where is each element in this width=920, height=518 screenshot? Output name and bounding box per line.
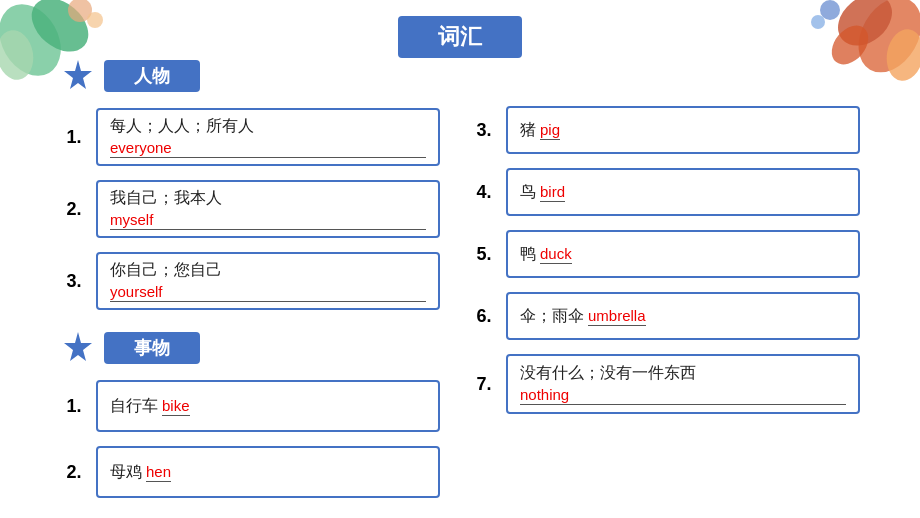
inline-content: 自行车 bike	[110, 395, 426, 417]
right-item-box: 鸟 bird	[506, 168, 860, 216]
inline-content: 母鸡 hen	[110, 461, 426, 483]
item-num: 1.	[60, 396, 88, 417]
chinese-text: 你自己；您自己	[110, 260, 426, 281]
section1-header: 人物	[60, 58, 440, 94]
right-item-6: 6. 伞；雨伞 umbrella	[470, 292, 860, 340]
section2-label: 事物	[104, 332, 200, 364]
starburst-icon-2	[60, 330, 96, 366]
english-text: bird	[540, 183, 565, 202]
chinese-text: 猪	[520, 120, 536, 141]
english-text: nothing	[520, 386, 846, 405]
english-text: pig	[540, 121, 560, 140]
chinese-text: 自行车	[110, 396, 158, 417]
svg-marker-11	[64, 60, 92, 89]
chinese-text: 每人；人人；所有人	[110, 116, 426, 137]
item-box: 你自己；您自己 yourself	[96, 252, 440, 310]
english-text: hen	[146, 463, 171, 482]
page-title: 词汇	[398, 16, 522, 58]
left-section2-item-2: 2. 母鸡 hen	[60, 446, 440, 498]
english-text: myself	[110, 211, 426, 230]
right-column: 3. 猪 pig 4. 鸟 bird 5. 鸭	[470, 58, 860, 498]
item-num: 2.	[60, 199, 88, 220]
svg-point-10	[811, 15, 825, 29]
english-text: yourself	[110, 283, 426, 302]
left-section1-item-1: 1. 每人；人人；所有人 everyone	[60, 108, 440, 166]
item-num: 6.	[470, 306, 498, 327]
right-item-box: 猪 pig	[506, 106, 860, 154]
item-box: 母鸡 hen	[96, 446, 440, 498]
chinese-text: 母鸡	[110, 462, 142, 483]
svg-marker-12	[64, 332, 92, 361]
chinese-text: 伞；雨伞	[520, 306, 584, 327]
page-title-wrapper: 词汇	[398, 16, 522, 58]
chinese-text: 鸭	[520, 244, 536, 265]
english-text: duck	[540, 245, 572, 264]
item-num: 1.	[60, 127, 88, 148]
inline-content: 鸟 bird	[520, 181, 846, 203]
section2-header: 事物	[60, 330, 440, 366]
item-box: 每人；人人；所有人 everyone	[96, 108, 440, 166]
right-item-5: 5. 鸭 duck	[470, 230, 860, 278]
svg-point-4	[87, 12, 103, 28]
chinese-text: 鸟	[520, 182, 536, 203]
inline-content: 伞；雨伞 umbrella	[520, 305, 846, 327]
right-item-7: 7. 没有什么；没有一件东西 nothing	[470, 354, 860, 414]
english-text: everyone	[110, 139, 426, 158]
right-item-box: 鸭 duck	[506, 230, 860, 278]
item-num: 3.	[60, 271, 88, 292]
chinese-text: 我自己；我本人	[110, 188, 426, 209]
inline-content: 猪 pig	[520, 119, 846, 141]
left-column: 人物 1. 每人；人人；所有人 everyone 2. 我自己；我本人 myse…	[60, 58, 440, 498]
item-num: 4.	[470, 182, 498, 203]
main-layout: 人物 1. 每人；人人；所有人 everyone 2. 我自己；我本人 myse…	[60, 58, 860, 498]
right-item-4: 4. 鸟 bird	[470, 168, 860, 216]
right-item-box: 伞；雨伞 umbrella	[506, 292, 860, 340]
english-text: umbrella	[588, 307, 646, 326]
left-section1-item-3: 3. 你自己；您自己 yourself	[60, 252, 440, 310]
left-section2-item-1: 1. 自行车 bike	[60, 380, 440, 432]
item-num: 5.	[470, 244, 498, 265]
item-box: 自行车 bike	[96, 380, 440, 432]
right-item-box: 没有什么；没有一件东西 nothing	[506, 354, 860, 414]
svg-point-9	[820, 0, 840, 20]
item-num: 3.	[470, 120, 498, 141]
inline-content: 鸭 duck	[520, 243, 846, 265]
item-box: 我自己；我本人 myself	[96, 180, 440, 238]
english-text: bike	[162, 397, 190, 416]
chinese-text: 没有什么；没有一件东西	[520, 363, 846, 384]
item-num: 2.	[60, 462, 88, 483]
section1-label: 人物	[104, 60, 200, 92]
right-item-3: 3. 猪 pig	[470, 106, 860, 154]
starburst-icon-1	[60, 58, 96, 94]
left-section1-item-2: 2. 我自己；我本人 myself	[60, 180, 440, 238]
item-num: 7.	[470, 374, 498, 395]
